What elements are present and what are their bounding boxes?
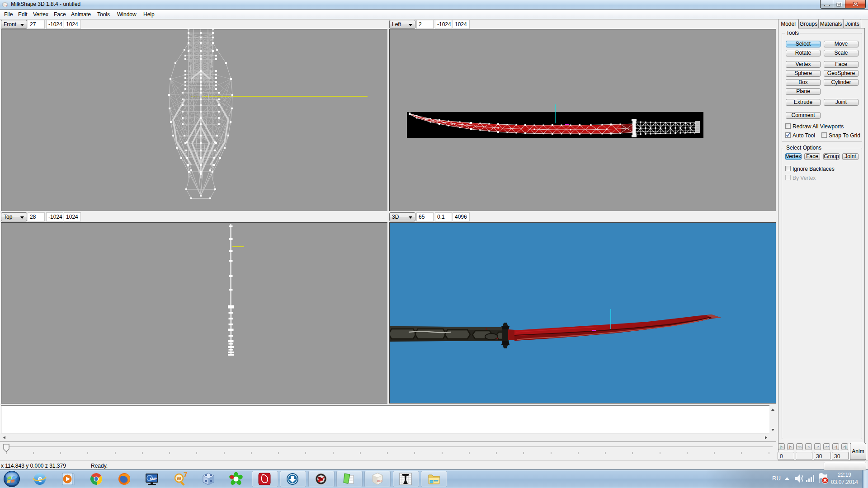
svg-text:e: e xyxy=(38,473,42,484)
svg-text:W: W xyxy=(177,476,182,481)
svg-text:KMP: KMP xyxy=(150,477,157,480)
svg-text:MILK: MILK xyxy=(377,480,382,483)
svg-text:7: 7 xyxy=(184,471,188,479)
